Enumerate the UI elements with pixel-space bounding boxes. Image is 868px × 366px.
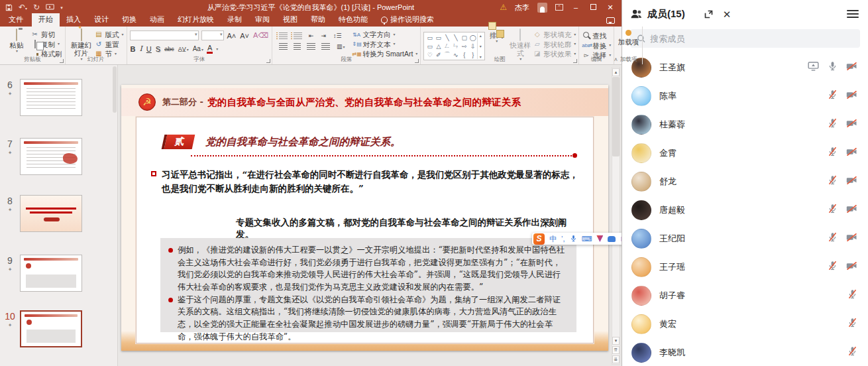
cut-button[interactable]: ✂剪切 [30, 30, 62, 39]
copy-button[interactable]: 复制▾ [30, 40, 62, 49]
toolbox-icon[interactable]: ⊞ [620, 235, 622, 243]
text-direction-button[interactable]: ⇅A文字方向▾ [352, 30, 417, 39]
replace-button[interactable]: ab⇄替换▾ [582, 42, 611, 50]
mic-muted-icon[interactable] [828, 147, 838, 159]
shape-ㄣ[interactable]: ㄣ [451, 42, 460, 50]
paste-button[interactable]: 粘贴▾ [3, 29, 30, 54]
mic-muted-icon[interactable] [847, 318, 857, 330]
tab-切换[interactable]: 切换 [115, 13, 143, 27]
camera-off-icon[interactable] [846, 204, 857, 216]
thumbnail-scrollbar[interactable] [113, 66, 117, 113]
align-right-icon[interactable] [307, 43, 315, 50]
slide-canvas[interactable]: ☭ 第二部分 - 党的自我革命与全面从严治党、党的自我革命与社会革命之间的辩证关… [121, 85, 608, 351]
member-row[interactable]: 胡子睿 [622, 281, 868, 310]
user-avatar[interactable] [537, 3, 547, 13]
camera-off-icon[interactable] [846, 147, 857, 159]
shape-▢[interactable]: ▢ [460, 33, 468, 42]
member-row[interactable]: 王圣旗 [622, 53, 868, 82]
font-dialog-launcher[interactable] [266, 59, 270, 63]
underline-button[interactable]: U [146, 45, 152, 53]
member-row[interactable]: 黄宏 [622, 310, 868, 338]
slide-thumbnail-9[interactable]: 9✦ [0, 255, 82, 292]
slide-thumbnail-preview[interactable] [20, 138, 82, 175]
change-case-button[interactable]: Aa▾ [192, 45, 204, 52]
next-slide-button[interactable]: ⇊ [612, 355, 620, 363]
close-button[interactable]: ✕ [606, 3, 615, 12]
mic-muted-icon[interactable] [828, 204, 838, 216]
restore-button[interactable] [588, 3, 598, 11]
scroll-up-button[interactable]: ▴ [612, 68, 620, 76]
member-row[interactable]: 金霄 [622, 139, 868, 167]
mic-muted-icon[interactable] [847, 346, 857, 359]
camera-off-icon[interactable] [846, 119, 857, 131]
voice-input-icon[interactable] [570, 235, 577, 243]
reset-button[interactable]: ↺重置 [95, 40, 124, 49]
layout-button[interactable]: ▤版式▾ [95, 30, 124, 39]
slide-thumbnail-preview[interactable] [20, 195, 82, 232]
clipboard-dialog-launcher[interactable] [60, 59, 64, 63]
camera-off-icon[interactable] [846, 90, 857, 102]
columns-button[interactable]: ▥▾ [336, 43, 346, 50]
bullets-icon[interactable] [279, 32, 288, 39]
tab-设计[interactable]: 设计 [87, 13, 115, 27]
shape-▭[interactable]: ▭ [425, 42, 434, 50]
shape-▭[interactable]: ▭ [425, 33, 434, 42]
smart-assistant-icon[interactable] [608, 236, 616, 242]
mic-on-icon[interactable] [828, 61, 838, 74]
mic-muted-icon[interactable] [828, 118, 838, 131]
tab-录制[interactable]: 录制 [221, 13, 248, 27]
numbering-icon[interactable] [294, 32, 302, 39]
slide-thumbnail-6[interactable]: 6✦ [0, 79, 82, 116]
camera-off-icon[interactable] [846, 62, 857, 74]
shape-◯[interactable]: ◯ [468, 33, 477, 42]
menu-hamburger-icon[interactable] [847, 10, 859, 18]
shape-╲[interactable]: ╲ [443, 33, 451, 42]
shape-outline-button[interactable]: ▱形状轮廓▾ [533, 40, 576, 49]
member-search-input[interactable] [650, 34, 853, 44]
skin-icon[interactable] [596, 235, 603, 242]
warning-icon[interactable]: ⚠ [500, 3, 507, 12]
tab-特色功能[interactable]: 特色功能 [332, 13, 374, 27]
shape-⇨[interactable]: ⇨ [460, 42, 468, 50]
strikethrough-button[interactable]: abc [164, 46, 175, 52]
decrease-font-button[interactable]: A˅ [239, 32, 250, 40]
member-row[interactable]: 唐超毅 [622, 196, 868, 224]
redo-button[interactable]: ↻ [33, 3, 40, 11]
chinese-mode-icon[interactable]: 中 [549, 235, 557, 243]
tab-幻灯片放映[interactable]: 幻灯片放映 [171, 13, 221, 27]
drawing-dialog-launcher[interactable] [573, 59, 577, 63]
member-row[interactable]: 桂蓁蓉 [622, 110, 868, 139]
slide-thumbnail-10[interactable]: 10✦ [0, 310, 82, 347]
bold-button[interactable]: B [130, 45, 136, 53]
mic-muted-icon[interactable] [847, 289, 857, 302]
mic-muted-icon[interactable] [828, 175, 838, 188]
tab-开始[interactable]: 开始 [32, 13, 60, 27]
editor-scrollbar[interactable]: ▴ ▾ ⇈ ⇊ [612, 67, 620, 365]
slide-thumbnail-preview[interactable] [20, 310, 82, 347]
shape-ㄥ[interactable]: ㄥ [443, 42, 451, 50]
tab-插入[interactable]: 插入 [60, 13, 87, 27]
tab-文件[interactable]: 文件 [0, 13, 32, 27]
undo-button[interactable]: ↶▾ [19, 3, 27, 11]
slide-thumbnail-preview[interactable] [20, 255, 82, 292]
member-row[interactable]: 李晓凯 [622, 338, 868, 366]
shape-▭[interactable]: ▭ [434, 33, 443, 42]
font-name-combo[interactable] [130, 30, 199, 40]
shape-⇩[interactable]: ⇩ [468, 42, 477, 50]
keyboard-icon[interactable]: ⌨ [582, 235, 592, 243]
addins-button[interactable]: 加载项 [617, 29, 639, 46]
tab-视图[interactable]: 视图 [276, 13, 304, 27]
justify-icon[interactable] [321, 43, 330, 50]
slide-thumbnail-7[interactable]: 7✦ [0, 138, 82, 175]
scrollbar-thumb[interactable] [612, 77, 620, 156]
mic-muted-icon[interactable] [828, 261, 838, 273]
tell-me-search[interactable]: 操作说明搜索 [374, 13, 441, 27]
collapse-ribbon-button[interactable]: ˄ [614, 56, 618, 63]
slideshow-icon[interactable] [46, 4, 54, 11]
member-row[interactable]: 陈率 [622, 82, 868, 110]
line-spacing-button[interactable]: ↕☰ [333, 32, 343, 39]
save-icon[interactable] [5, 4, 13, 11]
align-text-button[interactable]: ⇕▤对齐文本▾ [352, 40, 417, 49]
camera-off-icon[interactable] [846, 176, 857, 188]
shape-╲[interactable]: ╲ [451, 33, 460, 42]
